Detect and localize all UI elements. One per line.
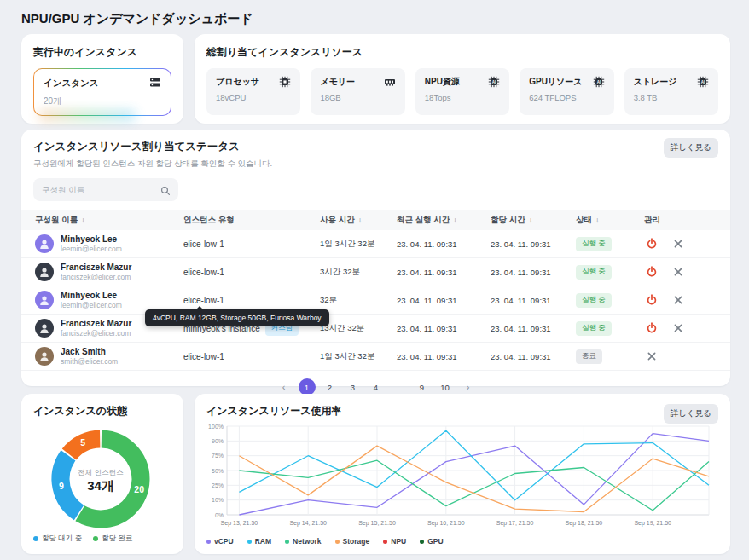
- close-icon: [672, 266, 684, 278]
- svg-text:Sep 16, 21:50: Sep 16, 21:50: [427, 520, 465, 527]
- status-cell: 실행 중: [576, 265, 644, 280]
- instance-type: elice-low-1: [183, 352, 224, 361]
- svg-text:50%: 50%: [212, 468, 224, 474]
- svg-text:Sep 19, 21:50: Sep 19, 21:50: [634, 520, 671, 527]
- manage-cell: [644, 349, 730, 364]
- last-run-cell: 23. 04. 11. 09:31: [397, 268, 491, 277]
- allocated-time-cell: 23. 04. 11. 09:31: [491, 268, 576, 277]
- running-card-title: 実行中のインスタンス: [33, 45, 171, 60]
- usage-time-cell: 1일 3시간 32분: [320, 239, 397, 250]
- column-header[interactable]: 할당 시간↓: [491, 215, 576, 226]
- status-badge: 실행 중: [576, 321, 612, 336]
- page-title: NPU/GPU オンデマンドダッシュボード: [21, 11, 253, 27]
- member-name: Franciszek Mazur: [61, 263, 131, 274]
- avatar: [35, 319, 54, 338]
- status-cell: 실행 중: [576, 293, 644, 308]
- svg-text:90%: 90%: [212, 438, 224, 444]
- resource-tile: プロセッサ18vCPU: [206, 68, 300, 115]
- resources-card-title: 総割り当てインスタンスリソース: [206, 45, 718, 60]
- svg-text:100%: 100%: [208, 424, 224, 430]
- prev-page-button[interactable]: ‹: [276, 378, 293, 395]
- instance-spec-tooltip: 4vCPU, RAM 12GB, Storage 50GB, Furiosa W…: [145, 309, 329, 326]
- resource-tile: メモリー18GB: [311, 68, 404, 115]
- usage-time-cell: 13시간 32분: [320, 323, 397, 334]
- legend-dot: [206, 540, 211, 544]
- power-button[interactable]: [644, 264, 659, 280]
- instance-type: elice-low-1: [183, 296, 224, 305]
- table-card-title: インスタンスリソース割り当てステータス: [33, 140, 718, 154]
- instance-status-card: インスタンスの状態 2095전체 인스턴스34개 할당 대기 중할당 완료: [21, 394, 183, 554]
- manage-cell: [644, 292, 730, 308]
- svg-text:34개: 34개: [87, 478, 114, 493]
- power-icon: [646, 294, 658, 306]
- sort-down-icon[interactable]: ↓: [595, 216, 600, 224]
- power-icon: [646, 266, 658, 278]
- sort-down-icon[interactable]: ↓: [529, 216, 533, 224]
- page-button[interactable]: 9: [414, 378, 431, 395]
- legend-dot: [93, 536, 98, 541]
- avatar: [35, 291, 54, 309]
- sort-down-icon[interactable]: ↓: [81, 216, 85, 224]
- page-button[interactable]: 4: [368, 378, 385, 395]
- power-button[interactable]: [644, 236, 659, 251]
- table-details-button[interactable]: 詳しく見る: [664, 138, 718, 158]
- pagination: ‹1234...910›: [21, 378, 730, 395]
- close-button[interactable]: [671, 320, 686, 336]
- resource-tiles: プロセッサ18vCPUメモリー18GBNPU資源AI18TopsGPUリソースA…: [206, 68, 718, 115]
- table-body: Minhyeok Leeleemin@elicer.comelice-low-1…: [21, 230, 730, 371]
- close-button[interactable]: [671, 292, 686, 308]
- close-button[interactable]: [671, 236, 686, 251]
- close-button[interactable]: [644, 349, 659, 364]
- close-icon: [672, 322, 684, 334]
- sort-down-icon[interactable]: ↓: [453, 216, 457, 224]
- page-button[interactable]: 10: [437, 378, 454, 395]
- legend-item: GPU: [420, 537, 443, 546]
- instance-type: elice-low-1: [183, 240, 224, 249]
- member-name-block: Franciszek Mazurfanciszek@elicer.com: [61, 319, 131, 338]
- page-button[interactable]: 2: [322, 378, 339, 395]
- status-badge: 실행 중: [576, 237, 612, 251]
- resource-tile-value: 18Tops: [425, 93, 500, 102]
- svg-text:75%: 75%: [212, 453, 224, 459]
- member-name-block: Minhyeok Leeleemin@elicer.com: [61, 291, 122, 310]
- running-instances-card: 実行中のインスタンス インスタンス 20개: [21, 34, 183, 124]
- close-icon: [672, 294, 684, 306]
- avatar: [35, 263, 54, 281]
- column-header[interactable]: 구성원 이름↓: [35, 215, 183, 226]
- svg-text:5: 5: [80, 437, 85, 447]
- page-button[interactable]: 1: [299, 378, 316, 395]
- member-name-block: Jack Smithsmith@elicer.com: [61, 347, 118, 367]
- svg-text:0%: 0%: [215, 512, 224, 518]
- status-cell: 실행 중: [576, 237, 644, 251]
- power-button[interactable]: [644, 292, 659, 308]
- resource-tile-top: メモリー: [320, 76, 395, 88]
- column-header[interactable]: 사용 시간↓: [320, 215, 397, 226]
- resource-tile-top: プロセッサ: [216, 76, 291, 88]
- page-button[interactable]: 3: [345, 378, 362, 395]
- column-header-label: 관리: [644, 215, 660, 226]
- legend-dot: [33, 536, 38, 541]
- sort-down-icon[interactable]: ↓: [358, 216, 363, 224]
- column-header[interactable]: 상태↓: [576, 215, 644, 226]
- next-page-button[interactable]: ›: [460, 378, 477, 395]
- instance-count: 20개: [44, 95, 161, 107]
- member-cell: Jack Smithsmith@elicer.com: [35, 347, 183, 367]
- close-button[interactable]: [671, 264, 686, 280]
- column-header-label: 최근 실행 시간: [397, 215, 450, 226]
- resource-tile-label: メモリー: [320, 76, 355, 88]
- legend-item: vCPU: [206, 537, 234, 546]
- member-email: smith@elicer.com: [61, 357, 118, 366]
- member-email: fanciszek@elicer.com: [61, 273, 131, 281]
- donut-legend: 할당 대기 중할당 완료: [33, 534, 133, 544]
- last-run-cell: 23. 04. 11. 09:31: [397, 324, 491, 333]
- power-button[interactable]: [644, 320, 659, 336]
- avatar: [35, 234, 54, 253]
- allocated-time-cell: 23. 04. 11. 09:31: [491, 352, 576, 361]
- member-search-input[interactable]: [33, 178, 178, 201]
- search-icon: [160, 184, 171, 199]
- status-cell: 실행 중: [576, 321, 644, 336]
- legend-label: NPU: [391, 537, 406, 546]
- member-name: Minhyeok Lee: [61, 291, 122, 302]
- svg-text:전체 인스턴스: 전체 인스턴스: [78, 468, 123, 476]
- column-header[interactable]: 최근 실행 시간↓: [397, 215, 491, 226]
